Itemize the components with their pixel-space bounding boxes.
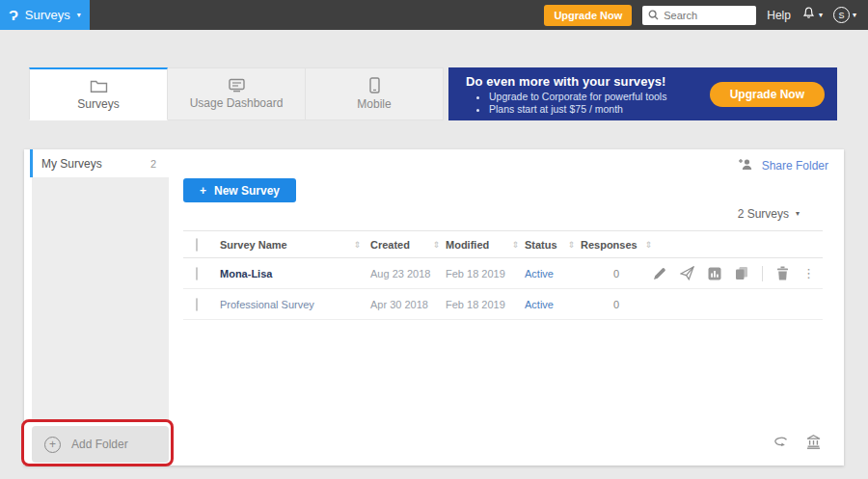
share-folder-link[interactable]: Share Folder (738, 158, 828, 173)
app-menu[interactable]: Ɂ Surveys ▾ (0, 0, 90, 30)
sidebar-item-my-surveys[interactable]: My Surveys 2 (30, 149, 170, 177)
promo-bullet: Plans start at just $75 / month (489, 103, 710, 115)
created-date: Apr 30 2018 (370, 299, 428, 310)
tab-surveys[interactable]: Surveys (29, 67, 168, 120)
created-date: Aug 23 2018 (370, 268, 430, 279)
section-tabs: Surveys Usage Dashboard Mobile (29, 67, 444, 120)
row-select-cell (183, 268, 220, 279)
plus-icon: + (200, 184, 206, 198)
search-box (642, 6, 756, 25)
avatar: S (833, 7, 850, 23)
folder-name-label: My Surveys (41, 157, 102, 171)
header-label: Survey Name (220, 239, 287, 251)
archive-bank-icon[interactable] (806, 435, 821, 449)
dashboard-icon (228, 78, 246, 93)
sort-icon[interactable]: ⇕ (511, 240, 519, 250)
table-row: Professional Survey Apr 30 2018 Feb 18 2… (183, 289, 823, 320)
tab-label: Surveys (77, 97, 119, 111)
select-all-cell (183, 239, 220, 251)
row-select-cell (183, 299, 220, 310)
chevron-down-icon: ▾ (77, 12, 81, 19)
delete-trash-icon[interactable] (776, 266, 789, 280)
survey-count-label: 2 Surveys (738, 207, 789, 221)
responses-count: 0 (581, 299, 652, 310)
header-created[interactable]: Created ⇕ (370, 239, 446, 251)
topbar-right: Upgrade Now Help ▾ S ▾ (544, 5, 868, 26)
notifications-button[interactable]: ▾ (801, 6, 823, 24)
tab-label: Mobile (357, 97, 391, 111)
copy-icon[interactable] (735, 266, 748, 280)
modified-date: Feb 18 2019 (446, 299, 505, 310)
header-responses[interactable]: Responses ⇕ (581, 239, 652, 251)
share-folder-label: Share Folder (762, 159, 828, 173)
share-person-icon (738, 158, 754, 173)
table-row: Mona-Lisa Aug 23 2018 Feb 18 2019 Active… (183, 258, 823, 289)
header-label: Responses (581, 239, 637, 251)
send-paper-plane-icon[interactable] (680, 266, 694, 280)
app-logo-icon: Ɂ (9, 7, 18, 23)
edit-pencil-icon[interactable] (653, 267, 666, 280)
new-survey-label: New Survey (214, 184, 280, 198)
table-header-row: Survey Name ⇕ Created ⇕ Modified ⇕ Statu… (183, 230, 823, 258)
actions-divider (762, 266, 763, 281)
bell-icon (801, 6, 816, 24)
app-menu-label: Surveys (25, 8, 70, 22)
survey-name-link[interactable]: Professional Survey (220, 299, 314, 310)
chevron-down-icon: ▾ (853, 12, 856, 19)
tab-label: Usage Dashboard (190, 96, 284, 110)
search-icon (648, 7, 659, 24)
promo-banner-text: Do even more with your surveys! Upgrade … (448, 74, 710, 115)
folder-list-area (32, 177, 169, 422)
folder-count-badge: 2 (150, 158, 156, 170)
survey-count-dropdown[interactable]: 2 Surveys ▾ (738, 207, 800, 221)
report-chart-icon[interactable] (708, 267, 721, 280)
restore-loop-icon[interactable] (773, 436, 790, 448)
header-survey-name[interactable]: Survey Name ⇕ (220, 239, 370, 251)
surveys-panel: My Surveys 2 + Add Folder Share Folder +… (24, 149, 844, 466)
more-kebab-icon[interactable]: ⋮ (802, 267, 815, 279)
circle-plus-icon: + (44, 437, 61, 453)
modified-date: Feb 18 2019 (446, 268, 505, 279)
header-modified[interactable]: Modified ⇕ (446, 239, 525, 251)
promo-bullet: Upgrade to Corporate for powerful tools (489, 91, 710, 102)
sort-icon[interactable]: ⇕ (432, 240, 440, 250)
chevron-down-icon: ▾ (819, 12, 823, 19)
header-label: Status (525, 239, 557, 251)
promo-bullet-list: Upgrade to Corporate for powerful tools … (466, 91, 710, 115)
survey-name-link[interactable]: Mona-Lisa (220, 268, 272, 279)
tab-usage-dashboard[interactable]: Usage Dashboard (168, 67, 306, 120)
promo-banner: Do even more with your surveys! Upgrade … (448, 67, 837, 120)
banner-upgrade-button[interactable]: Upgrade Now (710, 82, 825, 107)
row-actions: ⋮ (652, 266, 823, 281)
chevron-down-icon: ▾ (796, 210, 800, 218)
tab-mobile[interactable]: Mobile (306, 67, 444, 120)
row-checkbox[interactable] (196, 267, 198, 280)
promo-title: Do even more with your surveys! (466, 74, 710, 89)
header-label: Modified (446, 239, 489, 251)
account-menu[interactable]: S ▾ (833, 7, 856, 23)
top-bar: Ɂ Surveys ▾ Upgrade Now Help ▾ S ▾ (0, 0, 868, 30)
panel-footer-icons (773, 435, 821, 449)
status-badge: Active (525, 268, 554, 279)
sort-icon[interactable]: ⇕ (644, 240, 652, 250)
status-badge: Active (525, 299, 554, 310)
upgrade-now-button[interactable]: Upgrade Now (544, 5, 632, 26)
folder-icon (90, 79, 108, 93)
mobile-icon (369, 77, 380, 93)
help-link[interactable]: Help (767, 9, 791, 22)
header-label: Created (370, 239, 410, 251)
add-folder-label: Add Folder (71, 438, 128, 451)
responses-count: 0 (581, 268, 652, 279)
sort-icon[interactable]: ⇕ (567, 240, 575, 250)
new-survey-button[interactable]: + New Survey (183, 178, 296, 202)
surveys-table: Survey Name ⇕ Created ⇕ Modified ⇕ Statu… (183, 230, 823, 320)
search-input[interactable] (664, 10, 750, 21)
header-status[interactable]: Status ⇕ (525, 239, 581, 251)
row-checkbox[interactable] (196, 298, 198, 311)
add-folder-button[interactable]: + Add Folder (32, 426, 169, 463)
sort-icon[interactable]: ⇕ (353, 240, 361, 250)
select-all-checkbox[interactable] (196, 238, 198, 252)
